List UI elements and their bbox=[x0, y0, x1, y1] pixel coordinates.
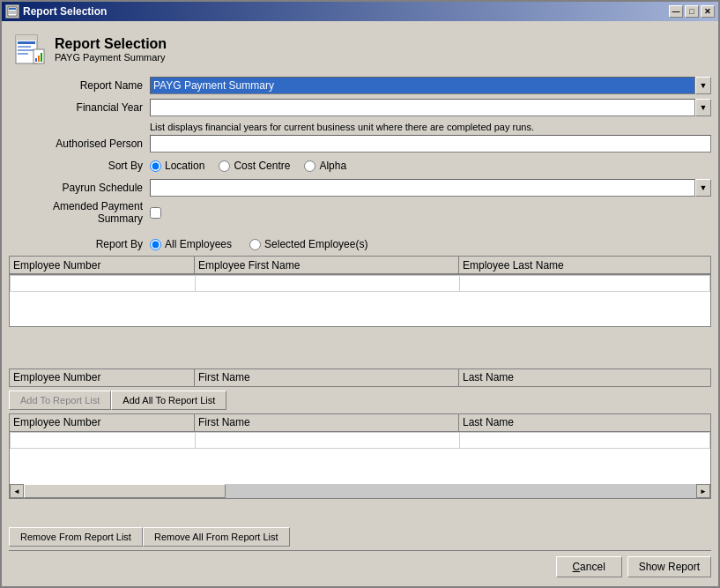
sort-by-alpha-radio[interactable] bbox=[304, 160, 315, 172]
amended-payment-row: Amended Payment Summary bbox=[9, 200, 711, 225]
remove-all-from-report-list-button[interactable]: Remove All From Report List bbox=[143, 527, 290, 547]
report-col-first-name: First Name bbox=[195, 413, 459, 431]
report-name-dropdown: ▼ bbox=[150, 77, 711, 94]
employees-table-body bbox=[11, 276, 710, 292]
main-window: Report Selection — □ ✕ Repor bbox=[0, 0, 720, 588]
footer-row: Cancel Show Report bbox=[9, 550, 711, 579]
payrun-schedule-label: Payrun Schedule bbox=[9, 182, 150, 194]
remove-buttons-row: Remove From Report List Remove All From … bbox=[9, 527, 711, 547]
employees-table-body-table bbox=[10, 275, 710, 292]
form-section: Report Name ▼ Financial Year ▼ bbox=[9, 72, 711, 231]
lower-header-thead: Employee Number First Name Last Name bbox=[10, 368, 711, 386]
svg-rect-8 bbox=[18, 49, 33, 51]
show-report-button[interactable]: Show Report bbox=[627, 556, 711, 577]
financial-year-dropdown-btn[interactable]: ▼ bbox=[695, 99, 711, 116]
remove-from-report-list-button[interactable]: Remove From Report List bbox=[9, 527, 143, 547]
cell-first-name bbox=[196, 276, 460, 292]
svg-rect-12 bbox=[38, 56, 40, 62]
amended-payment-control bbox=[150, 207, 711, 219]
amended-payment-checkbox[interactable] bbox=[150, 207, 161, 219]
report-col-employee-number: Employee Number bbox=[10, 413, 195, 431]
sort-by-cost-centre-radio[interactable] bbox=[219, 160, 230, 172]
svg-rect-11 bbox=[35, 58, 37, 62]
svg-rect-7 bbox=[18, 46, 31, 48]
employees-table: Employee Number Employee First Name Empl… bbox=[9, 256, 711, 274]
financial-year-label: Financial Year bbox=[9, 101, 150, 114]
title-bar: Report Selection — □ ✕ bbox=[2, 2, 718, 21]
financial-year-control: ▼ bbox=[150, 99, 711, 116]
sort-by-alpha-label: Alpha bbox=[319, 160, 346, 172]
title-bar-buttons: — □ ✕ bbox=[669, 5, 715, 18]
cell-employee-number bbox=[11, 276, 196, 292]
report-list-table: Employee Number First Name Last Name bbox=[9, 413, 711, 432]
cancel-button[interactable]: Cancel bbox=[556, 556, 622, 577]
sort-by-location[interactable]: Location bbox=[150, 160, 204, 172]
financial-year-dropdown: ▼ bbox=[150, 99, 711, 116]
employees-table-body-wrapper[interactable] bbox=[9, 274, 711, 327]
col-employee-first-name: Employee First Name bbox=[195, 257, 459, 274]
horizontal-scrollbar[interactable]: ◄ ► bbox=[9, 485, 711, 499]
sort-by-alpha[interactable]: Alpha bbox=[304, 160, 346, 172]
table-row bbox=[11, 276, 710, 292]
report-by-all-employees-radio[interactable] bbox=[150, 239, 161, 250]
report-list-body-wrapper[interactable] bbox=[9, 432, 711, 485]
page-subtitle: PAYG Payment Summary bbox=[55, 52, 167, 63]
svg-rect-13 bbox=[41, 53, 42, 62]
add-buttons-row: Add To Report List Add All To Report Lis… bbox=[9, 391, 711, 410]
close-button[interactable]: ✕ bbox=[701, 5, 715, 18]
svg-rect-6 bbox=[18, 41, 35, 44]
report-by-selected-employees-radio[interactable] bbox=[249, 239, 261, 250]
report-name-control: ▼ bbox=[150, 77, 711, 94]
col-employee-number: Employee Number bbox=[10, 257, 195, 274]
report-by-section: Report By All Employees Selected Employe… bbox=[9, 231, 711, 254]
report-icon bbox=[14, 33, 46, 65]
authorised-person-label: Authorised Person bbox=[9, 138, 150, 150]
col-employee-last-name: Employee Last Name bbox=[459, 257, 711, 274]
report-by-all-employees[interactable]: All Employees bbox=[150, 238, 232, 250]
sort-by-cost-centre-label: Cost Centre bbox=[234, 160, 290, 172]
payrun-schedule-dropdown: ▼ bbox=[150, 179, 711, 197]
maximize-button[interactable]: □ bbox=[685, 5, 699, 18]
add-to-report-list-button[interactable]: Add To Report List bbox=[9, 391, 111, 410]
financial-year-input[interactable] bbox=[150, 99, 695, 116]
report-name-input[interactable] bbox=[150, 77, 695, 94]
sort-by-location-radio[interactable] bbox=[150, 160, 161, 172]
report-name-row: Report Name ▼ bbox=[9, 76, 711, 95]
report-by-selected-employees[interactable]: Selected Employee(s) bbox=[249, 238, 367, 250]
scroll-left-button[interactable]: ◄ bbox=[10, 484, 24, 498]
scroll-track[interactable] bbox=[24, 484, 696, 498]
report-cell-number bbox=[11, 432, 196, 448]
content-area: Report Selection PAYG Payment Summary Re… bbox=[2, 21, 718, 586]
report-list-header-row: Employee Number First Name Last Name bbox=[10, 413, 711, 431]
scroll-thumb[interactable] bbox=[24, 484, 226, 498]
employees-table-header-row: Employee Number Employee First Name Empl… bbox=[10, 257, 711, 274]
report-list-tbody bbox=[11, 432, 710, 448]
report-cell-last-name bbox=[460, 432, 710, 448]
authorised-person-row: Authorised Person bbox=[9, 134, 711, 153]
sort-by-options: Location Cost Centre Alpha bbox=[150, 160, 711, 172]
authorised-person-input[interactable] bbox=[150, 135, 711, 153]
amended-payment-checkbox-item bbox=[150, 207, 711, 219]
report-name-label: Report Name bbox=[9, 79, 150, 92]
payrun-schedule-input[interactable] bbox=[150, 179, 695, 197]
lower-header-table: Employee Number First Name Last Name bbox=[9, 368, 711, 387]
minimize-button[interactable]: — bbox=[669, 5, 683, 18]
page-title: Report Selection bbox=[55, 36, 167, 52]
add-all-to-report-list-button[interactable]: Add All To Report List bbox=[111, 391, 226, 410]
payrun-schedule-dropdown-btn[interactable]: ▼ bbox=[695, 179, 711, 197]
report-name-dropdown-btn[interactable]: ▼ bbox=[695, 77, 711, 94]
authorised-person-control bbox=[150, 135, 711, 153]
header-section: Report Selection PAYG Payment Summary bbox=[9, 28, 711, 72]
svg-rect-5 bbox=[16, 35, 37, 41]
lower-col-first-name: First Name bbox=[195, 368, 459, 386]
sort-by-cost-centre[interactable]: Cost Centre bbox=[219, 160, 290, 172]
title-bar-title: Report Selection bbox=[23, 5, 107, 18]
title-bar-left: Report Selection bbox=[5, 4, 107, 19]
amended-payment-label: Amended Payment Summary bbox=[9, 200, 150, 225]
svg-rect-1 bbox=[9, 8, 16, 10]
lower-col-last-name: Last Name bbox=[459, 368, 711, 386]
scroll-right-button[interactable]: ► bbox=[696, 484, 710, 498]
report-list-section: Employee Number First Name Last Name bbox=[9, 413, 711, 525]
cancel-label: Cancel bbox=[572, 561, 605, 573]
payrun-schedule-control: ▼ bbox=[150, 179, 711, 197]
